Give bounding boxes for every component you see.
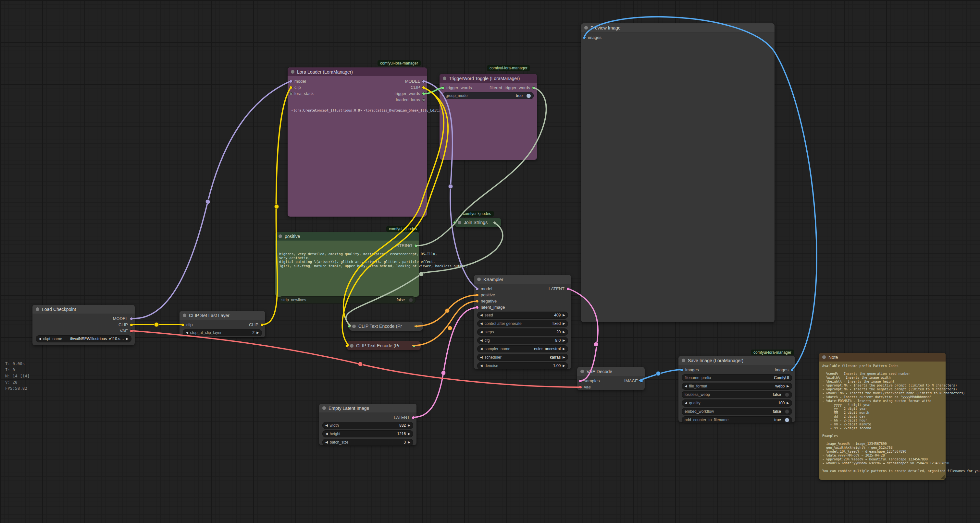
collapse-dot-icon[interactable] bbox=[584, 26, 588, 30]
reroute-dot[interactable] bbox=[358, 362, 363, 366]
model-output-port[interactable] bbox=[422, 80, 425, 83]
vae-input-port[interactable] bbox=[579, 385, 582, 389]
prev-arrow-icon[interactable]: ◀ bbox=[480, 314, 483, 317]
node-positive-prompt[interactable]: positive STRING highres, very detailed, … bbox=[275, 232, 419, 297]
lora-stack-input-port[interactable] bbox=[289, 92, 293, 95]
ckpt-name-widget[interactable]: ◀ ckpt_name il\waiNSFWIllustrious_v110.s… bbox=[36, 335, 132, 342]
node-title-bar[interactable]: KSampler bbox=[474, 275, 571, 284]
node-title-bar[interactable]: CLIP Set Last Layer bbox=[180, 311, 265, 320]
control-after-generate-widget[interactable]: ◀control after generatefixed▶ bbox=[477, 320, 568, 327]
collapsed-input-port[interactable] bbox=[453, 221, 456, 224]
collapsed-input-port[interactable] bbox=[348, 325, 351, 328]
node-title-bar[interactable]: Preview Image bbox=[581, 23, 775, 32]
prev-arrow-icon[interactable]: ◀ bbox=[325, 424, 328, 427]
toggle-off-icon[interactable] bbox=[409, 298, 413, 302]
reroute-dot[interactable] bbox=[656, 371, 660, 376]
collapse-dot-icon[interactable] bbox=[36, 307, 39, 311]
node-clip-text-encode-negative[interactable]: CLIP Text Encode (Pr bbox=[347, 341, 421, 350]
node-title-bar[interactable]: Lora Loader (LoraManager) bbox=[288, 67, 427, 76]
collapse-dot-icon[interactable] bbox=[183, 314, 186, 317]
filtered-trigger-words-output-port[interactable] bbox=[532, 86, 535, 89]
prev-arrow-icon[interactable]: ◀ bbox=[480, 356, 483, 359]
image-output-port[interactable] bbox=[640, 379, 643, 383]
reroute-dot[interactable] bbox=[154, 322, 159, 327]
next-arrow-icon[interactable]: ▶ bbox=[408, 441, 410, 444]
node-triggerword-toggle[interactable]: TriggerWord Toggle (LoraManager) trigger… bbox=[439, 74, 537, 160]
node-title-bar[interactable]: Load Checkpoint bbox=[32, 305, 135, 314]
toggle-off-icon[interactable] bbox=[785, 409, 789, 414]
toggle-on-icon[interactable] bbox=[785, 418, 789, 422]
prev-arrow-icon[interactable]: ◀ bbox=[685, 401, 687, 405]
next-arrow-icon[interactable]: ▶ bbox=[786, 385, 789, 388]
latent-output-port[interactable] bbox=[566, 287, 570, 290]
resize-handle-icon[interactable] bbox=[941, 475, 945, 479]
width-widget[interactable]: ◀width832▶ bbox=[322, 422, 413, 429]
model-input-port[interactable] bbox=[289, 80, 293, 83]
model-output-port[interactable] bbox=[130, 317, 133, 320]
next-arrow-icon[interactable]: ▶ bbox=[126, 337, 129, 341]
scheduler-widget[interactable]: ◀schedulerkarras▶ bbox=[477, 354, 568, 361]
toggle-on-icon[interactable] bbox=[527, 94, 531, 98]
clip-input-port[interactable] bbox=[289, 86, 293, 89]
prev-arrow-icon[interactable]: ◀ bbox=[480, 330, 483, 334]
collapse-dot-icon[interactable] bbox=[581, 369, 584, 373]
node-note[interactable]: Note Available filename_prefix Pattern C… bbox=[819, 353, 946, 480]
prev-arrow-icon[interactable]: ◀ bbox=[480, 364, 483, 368]
node-vae-decode[interactable]: VAE Decode samples IMAGE vae bbox=[577, 367, 645, 390]
clip-input-port[interactable] bbox=[181, 323, 185, 326]
collapsed-output-port[interactable] bbox=[493, 221, 496, 224]
collapse-dot-icon[interactable] bbox=[350, 344, 353, 347]
node-title-bar[interactable]: positive bbox=[275, 232, 419, 241]
filename-prefix-widget[interactable]: filename_prefixComfyUI bbox=[682, 374, 792, 381]
strip-newlines-toggle[interactable]: strip_newlines false bbox=[278, 296, 416, 303]
collapse-dot-icon[interactable] bbox=[322, 406, 326, 410]
next-arrow-icon[interactable]: ▶ bbox=[563, 314, 565, 317]
collapsed-input-port[interactable] bbox=[345, 344, 348, 347]
collapse-dot-icon[interactable] bbox=[477, 277, 481, 281]
latent-image-input-port[interactable] bbox=[476, 306, 479, 309]
next-arrow-icon[interactable]: ▶ bbox=[408, 432, 410, 436]
node-title-bar[interactable]: Save Image (LoraManager) bbox=[678, 356, 795, 365]
node-save-image[interactable]: Save Image (LoraManager) images images f… bbox=[678, 356, 795, 422]
reroute-dot[interactable] bbox=[205, 200, 210, 204]
collapsed-output-port[interactable] bbox=[415, 325, 418, 328]
prev-arrow-icon[interactable]: ◀ bbox=[685, 385, 687, 388]
quality-widget[interactable]: ◀quality100▶ bbox=[682, 399, 792, 407]
images-input-port[interactable] bbox=[583, 36, 586, 39]
collapsed-output-port[interactable] bbox=[412, 344, 415, 347]
next-arrow-icon[interactable]: ▶ bbox=[408, 424, 410, 427]
loaded-loras-output-port[interactable] bbox=[422, 98, 425, 101]
batch-size-widget[interactable]: ◀batch_size3▶ bbox=[322, 439, 413, 446]
next-arrow-icon[interactable]: ▶ bbox=[786, 401, 789, 405]
seed-widget[interactable]: ◀seed409▶ bbox=[477, 312, 568, 319]
next-arrow-icon[interactable]: ▶ bbox=[563, 330, 565, 334]
node-graph-canvas[interactable]: T: 0.00s I: 0 N: 14 [14] V: 28 FPS:58.82… bbox=[0, 0, 980, 523]
clip-output-port[interactable] bbox=[130, 323, 133, 326]
reroute-dot[interactable] bbox=[448, 184, 453, 189]
reroute-dot[interactable] bbox=[448, 326, 452, 330]
height-widget[interactable]: ◀height1216▶ bbox=[322, 430, 413, 437]
model-input-port[interactable] bbox=[476, 287, 479, 290]
positive-input-port[interactable] bbox=[476, 293, 479, 297]
collapse-dot-icon[interactable] bbox=[458, 221, 461, 224]
steps-widget[interactable]: ◀steps20▶ bbox=[477, 328, 568, 336]
prompt-text-widget[interactable]: highres, very detailed, amazing quality,… bbox=[275, 252, 419, 268]
prev-arrow-icon[interactable]: ◀ bbox=[480, 347, 483, 350]
sampler-name-widget[interactable]: ◀sampler_nameeuler_ancestral▶ bbox=[477, 345, 568, 352]
vae-output-port[interactable] bbox=[130, 330, 133, 333]
next-arrow-icon[interactable]: ▶ bbox=[563, 339, 565, 342]
clip-output-port[interactable] bbox=[422, 86, 425, 89]
prev-arrow-icon[interactable]: ◀ bbox=[480, 339, 483, 342]
reroute-dot[interactable] bbox=[445, 308, 450, 313]
collapse-dot-icon[interactable] bbox=[278, 235, 282, 238]
reroute-dot[interactable] bbox=[594, 342, 598, 347]
embed-workflow-toggle[interactable]: embed_workflowfalse bbox=[682, 408, 792, 415]
node-title-bar[interactable]: Empty Latent Image bbox=[319, 404, 417, 412]
collapse-dot-icon[interactable] bbox=[822, 355, 826, 359]
node-title-bar[interactable]: Note bbox=[819, 353, 946, 361]
prev-arrow-icon[interactable]: ◀ bbox=[186, 331, 188, 334]
next-arrow-icon[interactable]: ▶ bbox=[563, 322, 565, 325]
reroute-dot[interactable] bbox=[274, 204, 279, 209]
next-arrow-icon[interactable]: ▶ bbox=[256, 331, 259, 334]
images-output-port[interactable] bbox=[791, 368, 794, 372]
